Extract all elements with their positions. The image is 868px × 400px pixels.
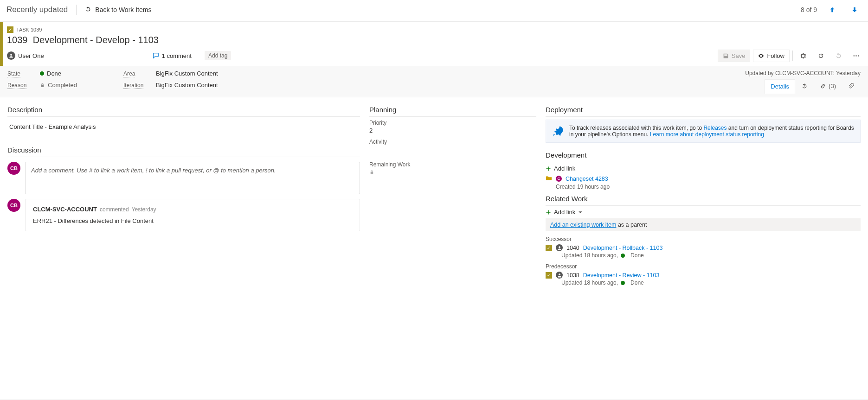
activity-value[interactable] (369, 146, 536, 153)
successor-state: Done (630, 252, 644, 259)
next-item-button[interactable] (848, 3, 862, 17)
current-user-avatar: CB (7, 162, 20, 175)
comment-author: CLCM-SVC-ACCOUNT (33, 206, 97, 213)
task-type-icon: ✓ (7, 26, 13, 33)
successor-link[interactable]: Development - Rollback - 1103 (583, 245, 663, 251)
task-title[interactable]: 1039 Development - Develop - 1103 (7, 35, 863, 45)
comment-when-prefix: commented (100, 206, 129, 213)
tab-history[interactable] (795, 79, 814, 93)
svg-point-5 (559, 273, 560, 275)
development-heading: Development (546, 151, 861, 162)
changeset-link[interactable]: Changeset 4283 (566, 176, 608, 182)
main-columns: Description Content Title - Example Anal… (0, 97, 868, 292)
add-link-label: Add link (554, 209, 575, 216)
task-type-label: TASK 1039 (16, 27, 42, 32)
gear-icon (800, 52, 807, 59)
comment-input-row: CB Add a comment. Use # to link a work i… (7, 162, 360, 194)
meta-grid: State Done Area BigFix Custom Content Re… (7, 70, 218, 89)
area-value[interactable]: BigFix Custom Content (156, 70, 218, 77)
tab-links[interactable]: (3) (814, 79, 842, 93)
person-icon (556, 244, 563, 251)
more-actions-button[interactable] (849, 49, 863, 62)
priority-label: Priority (369, 120, 536, 126)
remaining-work-value[interactable] (369, 169, 536, 176)
iteration-value[interactable]: BigFix Custom Content (156, 82, 218, 89)
changeset-item[interactable]: C Changeset 4283 (546, 175, 861, 183)
related-add-link[interactable]: Add link (546, 209, 861, 216)
assigned-to-name: User One (18, 52, 44, 59)
attachment-icon (848, 83, 855, 89)
description-text[interactable]: Content Title - Example Analysis (7, 120, 360, 134)
save-icon (723, 53, 729, 59)
chevron-down-icon (578, 210, 583, 215)
deployment-text-pre: To track releases associated with this w… (569, 125, 703, 131)
back-to-work-items[interactable]: Back to Work Items (85, 6, 151, 14)
priority-value[interactable]: 2 (369, 127, 536, 134)
undo-icon (835, 52, 842, 59)
link-icon (820, 83, 826, 89)
development-add-link[interactable]: Add link (546, 165, 861, 172)
more-icon (853, 52, 860, 59)
comment-input[interactable]: Add a comment. Use # to link a work item… (25, 162, 360, 194)
learn-more-link[interactable]: Learn more about deployment status repor… (650, 131, 764, 138)
separator (76, 5, 77, 15)
revert-button[interactable] (831, 49, 846, 62)
settings-button[interactable] (796, 49, 810, 62)
predecessor-link[interactable]: Development - Review - 1103 (583, 272, 660, 279)
tab-details[interactable]: Details (765, 79, 795, 94)
top-bar-right: 8 of 9 (801, 3, 862, 17)
successor-id: 1040 (566, 245, 579, 251)
comments-link[interactable]: 1 comment (153, 52, 192, 59)
predecessor-sub: Updated 18 hours ago, Done (561, 279, 861, 286)
add-existing-parent-link[interactable]: Add an existing work item (550, 222, 616, 228)
successor-sub: Updated 18 hours ago, Done (561, 252, 861, 259)
left-column: Description Content Title - Example Anal… (7, 103, 369, 286)
deployment-heading: Deployment (546, 106, 861, 117)
follow-label: Follow (767, 52, 784, 59)
tab-attachments[interactable] (842, 79, 861, 93)
predecessor-item[interactable]: ✓ 1038 Development - Review - 1103 (546, 272, 861, 279)
eye-icon (758, 53, 764, 59)
plus-icon (546, 166, 551, 171)
reason-value[interactable]: Completed (40, 82, 119, 89)
changeset-chip-icon: C (556, 176, 562, 182)
comment-body: ERR21 - Differences detected in File Con… (33, 217, 352, 224)
parent-banner[interactable]: Add an existing work item as a parent (546, 218, 861, 231)
state-label: State (7, 70, 35, 77)
info-band: State Done Area BigFix Custom Content Re… (0, 66, 868, 97)
comment-author-avatar: CB (7, 199, 20, 212)
add-link-label: Add link (554, 165, 575, 172)
previous-item-button[interactable] (825, 3, 839, 17)
comment-placeholder: Add a comment. Use # to link a work item… (31, 167, 276, 174)
state-dot-icon (40, 71, 44, 76)
middle-column: Planning Priority 2 Activity Remaining W… (369, 103, 546, 286)
description-heading: Description (7, 106, 360, 117)
parent-suffix: as a parent (616, 222, 647, 228)
pager-position: 8 of 9 (801, 6, 817, 13)
refresh-button[interactable] (813, 49, 828, 62)
state-value[interactable]: Done (40, 70, 119, 77)
follow-button[interactable]: Follow (753, 50, 790, 62)
back-label: Back to Work Items (95, 6, 151, 13)
assigned-to[interactable]: User One (7, 51, 44, 60)
successor-item[interactable]: ✓ 1040 Development - Rollback - 1103 (546, 244, 861, 251)
related-work-heading: Related Work (546, 195, 861, 206)
comment-icon (153, 52, 159, 59)
svg-point-2 (855, 55, 857, 57)
query-name[interactable]: Recently updated (6, 5, 68, 14)
task-title-text: Development - Develop - 1103 (33, 35, 159, 45)
deployment-callout: To track releases associated with this w… (546, 120, 861, 143)
updated-by: Updated by CLCM-SVC-ACCOUNT: Yesterday (745, 70, 861, 76)
planning-heading: Planning (369, 106, 536, 117)
task-type-icon: ✓ (546, 272, 552, 279)
releases-link[interactable]: Releases (703, 125, 727, 131)
svg-point-0 (10, 54, 12, 56)
comment-card: CLCM-SVC-ACCOUNT commented Yesterday ERR… (25, 199, 360, 231)
changeset-sub: Created 19 hours ago (556, 184, 861, 190)
right-column: Deployment To track releases associated … (546, 103, 861, 286)
save-label: Save (732, 52, 746, 59)
lock-icon (40, 83, 45, 88)
history-icon (801, 83, 808, 89)
add-tag-button[interactable]: Add tag (205, 51, 231, 60)
predecessor-label: Predecessor (546, 263, 861, 270)
